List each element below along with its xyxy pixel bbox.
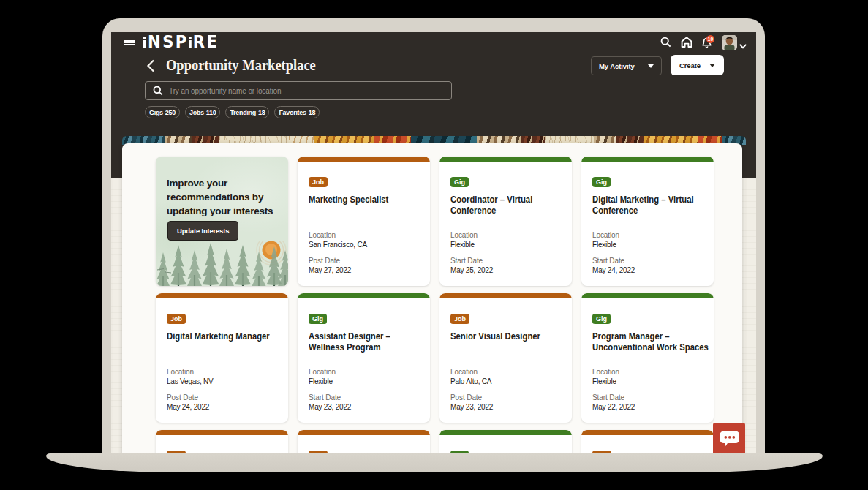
location-label: Location — [309, 367, 420, 377]
card-meta: Location Flexible Start Date May 22, 202… — [592, 367, 703, 418]
card-title: Program Manager –Unconventional Work Spa… — [592, 331, 694, 353]
top-navigation-bar: NSPRE 10 — [111, 32, 756, 53]
my-activity-label: My Activity — [599, 62, 635, 70]
opportunity-card[interactable]: Job Senior Visual Designer Location Palo… — [439, 293, 572, 423]
location-label: Location — [592, 367, 703, 377]
date-label: Post Date — [309, 256, 420, 265]
opportunity-search-box[interactable] — [145, 81, 452, 100]
card-meta: Location Flexible Start Date May 24, 202… — [592, 230, 703, 282]
date-value: May 23, 2022 — [450, 402, 562, 412]
card-top-bar — [156, 430, 288, 435]
card-meta: Location San Francisco, CA Post Date May… — [309, 230, 420, 282]
date-label: Post Date — [450, 393, 562, 402]
card-type-badge: Job — [309, 177, 328, 187]
card-type-badge: Job — [167, 314, 186, 324]
filter-chip[interactable]: Trending 18 — [225, 106, 269, 118]
promo-title: Improve yourrecommendations byupdating y… — [167, 176, 288, 218]
update-interests-button[interactable]: Update Interests — [167, 221, 238, 241]
opportunity-card[interactable]: Job Marketing Specialist Location San Fr… — [298, 157, 430, 286]
promo-card: Improve yourrecommendations byupdating y… — [156, 157, 288, 286]
filter-chip[interactable]: Jobs 110 — [185, 106, 220, 118]
opportunity-card[interactable]: Gig Digital Marketing – VirtualConferenc… — [581, 157, 714, 286]
card-title: Marketing Specialist — [309, 194, 410, 205]
location-label: Location — [592, 230, 703, 240]
card-top-bar — [298, 293, 430, 298]
opportunity-card[interactable]: Gig Assistant Designer –Wellness Program… — [298, 293, 430, 423]
location-value: Flexible — [450, 240, 562, 249]
date-value: May 23, 2022 — [309, 402, 420, 412]
card-type-badge: Gig — [592, 177, 611, 187]
create-button[interactable]: Create — [671, 55, 724, 75]
location-value: San Francisco, CA — [309, 240, 420, 249]
search-input[interactable] — [169, 87, 444, 95]
filter-chip[interactable]: Favorites 18 — [274, 106, 320, 118]
chip-label: Favorites — [279, 109, 306, 116]
date-value: May 22, 2022 — [592, 402, 703, 412]
date-label: Start Date — [309, 393, 420, 402]
date-label: Start Date — [592, 393, 703, 402]
card-type-badge: Job — [450, 314, 469, 324]
chevron-down-icon[interactable] — [739, 39, 747, 52]
date-value: May 27, 2022 — [309, 265, 420, 275]
chip-label: Gigs — [149, 109, 163, 116]
my-activity-button[interactable]: My Activity — [591, 56, 662, 75]
page-title: Opportunity Marketplace — [166, 56, 316, 75]
date-value: May 24, 2022 — [592, 265, 703, 275]
date-label: Start Date — [450, 256, 562, 265]
opportunity-card[interactable]: Gig Coordinator – VirtualConference Loca… — [439, 157, 572, 286]
opportunity-card[interactable]: Job — [298, 430, 430, 453]
location-value: Palo Alto, CA — [450, 377, 562, 386]
card-meta: Location Flexible Start Date May 23, 202… — [309, 367, 420, 418]
opportunity-card[interactable]: Job Digital Marketing Manager Location L… — [156, 293, 288, 423]
opportunity-card[interactable]: Gig Program Manager –Unconventional Work… — [581, 293, 714, 423]
date-label: Post Date — [167, 393, 278, 402]
location-value: Flexible — [592, 377, 703, 386]
opportunity-card[interactable]: Job — [156, 430, 288, 453]
card-top-bar — [298, 430, 430, 435]
filter-chip[interactable]: Gigs 250 — [145, 106, 180, 118]
card-title: Assistant Designer –Wellness Program — [309, 331, 410, 353]
logo-letter: P — [176, 36, 187, 48]
card-title: Senior Visual Designer — [450, 331, 552, 342]
create-label: Create — [679, 61, 701, 69]
card-meta: Location Las Vegas, NV Post Date May 24,… — [167, 367, 278, 418]
card-top-bar — [439, 293, 572, 298]
location-label: Location — [450, 367, 562, 377]
chip-count: 18 — [258, 109, 265, 116]
chip-label: Trending — [230, 109, 256, 116]
chat-button[interactable] — [713, 423, 745, 453]
logo-letter: E — [206, 36, 216, 48]
card-meta: Location Palo Alto, CA Post Date May 23,… — [450, 367, 562, 418]
card-meta: Location Flexible Start Date May 25, 202… — [450, 230, 562, 282]
caret-down-icon — [709, 64, 715, 67]
notification-count-badge: 10 — [706, 35, 714, 43]
avatar[interactable] — [722, 35, 737, 50]
location-label: Location — [309, 230, 420, 240]
opportunity-card[interactable]: Job — [581, 430, 714, 453]
location-label: Location — [167, 367, 278, 377]
logo-letter-i — [143, 36, 146, 48]
app-screen: NSPRE 10 — [111, 32, 756, 453]
inspire-logo: NSPRE — [143, 35, 219, 48]
logo-letter: R — [193, 36, 205, 48]
card-title: Digital Marketing – VirtualConference — [592, 194, 694, 216]
card-type-badge: Gig — [309, 314, 327, 324]
card-top-bar — [581, 293, 714, 298]
home-icon[interactable] — [681, 37, 692, 50]
card-top-bar — [298, 157, 430, 162]
card-title: Coordinator – VirtualConference — [450, 194, 552, 216]
search-icon[interactable] — [660, 37, 671, 50]
logo-letter: N — [148, 36, 161, 48]
card-type-badge: Gig — [592, 314, 611, 324]
card-title: Digital Marketing Manager — [167, 331, 268, 342]
date-value: May 25, 2022 — [450, 265, 562, 275]
caret-down-icon — [648, 64, 654, 68]
chat-bubble-icon — [718, 429, 741, 449]
opportunity-card[interactable]: Gig — [439, 430, 572, 453]
back-chevron-icon[interactable] — [146, 59, 156, 75]
chip-count: 110 — [206, 109, 216, 116]
card-top-bar — [156, 293, 288, 298]
hamburger-menu-icon[interactable] — [124, 39, 135, 46]
card-type-badge: Gig — [450, 177, 469, 187]
location-label: Location — [450, 230, 562, 240]
